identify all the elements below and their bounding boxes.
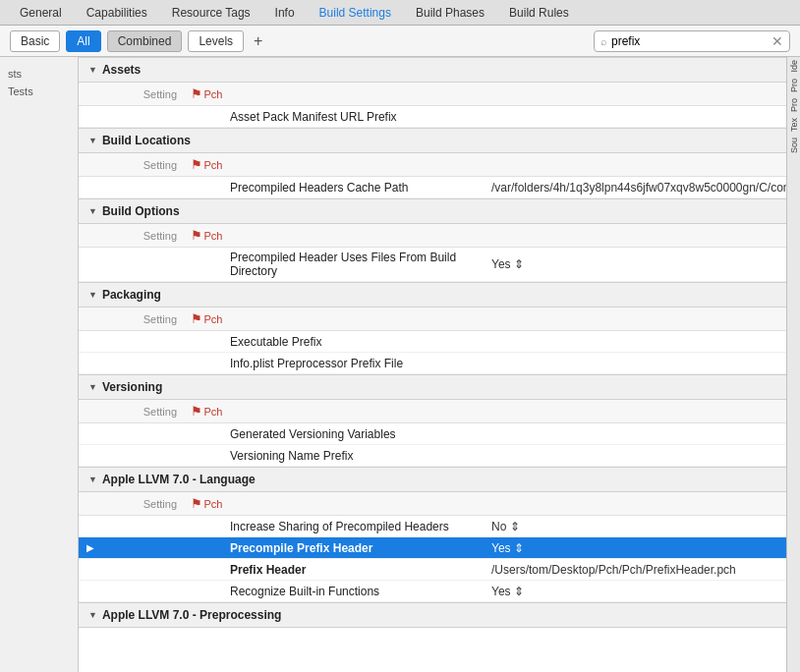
all-button[interactable]: All [66, 30, 100, 52]
section-assets-title: Assets [102, 63, 141, 77]
section-apple-llvm-preprocessing-title: Apple LLVM 7.0 - Preprocessing [102, 608, 281, 622]
toolbar: Basic All Combined Levels + ⌕ ✕ [0, 26, 800, 57]
section-versioning-header[interactable]: ▼ Versioning [79, 374, 786, 400]
main-content: sts Tests ▼ Assets Setting ⚑ Pch [0, 57, 800, 672]
build-options-header-row: Setting ⚑ Pch [79, 224, 786, 248]
infoplist-preprocessor-prefix-row[interactable]: Info.plist Preprocessor Prefix File [79, 353, 786, 374]
generated-versioning-variables-row[interactable]: Generated Versioning Variables [79, 423, 786, 445]
build-locations-header-row: Setting ⚑ Pch [79, 153, 786, 177]
tab-build-settings[interactable]: Build Settings [308, 0, 404, 25]
packaging-header-row: Setting ⚑ Pch [79, 308, 786, 331]
section-apple-llvm-preprocessing-header[interactable]: ▼ Apple LLVM 7.0 - Preprocessing [79, 602, 786, 628]
right-panel-ide[interactable]: Ide [789, 57, 799, 76]
apple-llvm-language-pch-icon: ⚑ Pch [191, 496, 223, 511]
tab-resource-tags[interactable]: Resource Tags [160, 0, 263, 25]
executable-prefix-row[interactable]: Executable Prefix [79, 331, 786, 353]
tab-build-rules[interactable]: Build Rules [497, 0, 582, 25]
precompiled-headers-cache-path-name: Precompiled Headers Cache Path [230, 181, 408, 195]
right-panel-tex[interactable]: Tex [789, 115, 799, 135]
assets-pch-icon: ⚑ Pch [191, 86, 223, 101]
increase-sharing-name: Increase Sharing of Precompiled Headers [230, 520, 449, 533]
assets-triangle-icon: ▼ [88, 65, 97, 75]
section-build-locations-header[interactable]: ▼ Build Locations [79, 128, 786, 153]
executable-prefix-name: Executable Prefix [230, 335, 321, 349]
right-panel: Ide Pro Pro Tex Sou [786, 57, 800, 672]
precompiled-header-uses-files-value: Yes ⇕ [491, 257, 524, 271]
section-build-locations-title: Build Locations [102, 134, 191, 147]
precompile-prefix-header-name: Precompile Prefix Header [230, 541, 372, 555]
right-panel-pro2[interactable]: Pro [789, 95, 799, 115]
section-assets-header[interactable]: ▼ Assets [79, 57, 786, 83]
precompile-prefix-header-row[interactable]: ▶ Precompile Prefix Header Yes ⇕ [79, 537, 786, 559]
combined-button[interactable]: Combined [107, 30, 183, 52]
precompiled-headers-cache-path-row[interactable]: Precompiled Headers Cache Path /var/fold… [79, 177, 786, 198]
build-options-setting-col-label: Setting [108, 230, 187, 242]
tab-bar: General Capabilities Resource Tags Info … [0, 0, 800, 26]
packaging-pch-icon: ⚑ Pch [191, 311, 223, 326]
right-panel-pro1[interactable]: Pro [789, 76, 799, 95]
precompile-prefix-header-value: Yes ⇕ [491, 541, 524, 555]
versioning-header-row: Setting ⚑ Pch [79, 400, 786, 423]
section-build-options-header[interactable]: ▼ Build Options [79, 198, 786, 224]
precompiled-header-uses-files-name: Precompiled Header Uses Files From Build… [230, 251, 456, 278]
build-options-triangle-icon: ▼ [88, 206, 97, 216]
assets-setting-col-label: Setting [108, 88, 187, 100]
recognize-builtin-functions-row[interactable]: Recognize Built-in Functions Yes ⇕ [79, 581, 786, 602]
section-apple-llvm-language-header[interactable]: ▼ Apple LLVM 7.0 - Language [79, 467, 786, 492]
tab-capabilities[interactable]: Capabilities [75, 0, 160, 25]
section-versioning-title: Versioning [102, 380, 162, 394]
section-packaging-title: Packaging [102, 288, 161, 302]
versioning-triangle-icon: ▼ [88, 382, 97, 392]
asset-pack-manifest-name: Asset Pack Manifest URL Prefix [230, 110, 397, 124]
search-clear-button[interactable]: ✕ [771, 33, 783, 49]
sidebar-item-tests[interactable]: Tests [0, 83, 78, 100]
precompiled-headers-cache-path-value: /var/folders/4h/1q3y8lpn44s6jfw07xqv8w5c… [491, 181, 786, 195]
prefix-header-value: /Users/tom/Desktop/Pch/Pch/PrefixHeader.… [491, 563, 736, 577]
search-input[interactable] [611, 34, 749, 48]
versioning-pch-icon: ⚑ Pch [191, 404, 223, 419]
infoplist-preprocessor-prefix-name: Info.plist Preprocessor Prefix File [230, 357, 403, 370]
apple-llvm-preprocessing-triangle-icon: ▼ [88, 610, 97, 620]
sidebar: sts Tests [0, 57, 79, 672]
build-options-pch-icon: ⚑ Pch [191, 228, 223, 243]
increase-sharing-precompiled-headers-row[interactable]: Increase Sharing of Precompiled Headers … [79, 516, 786, 537]
sidebar-item-sts[interactable]: sts [0, 65, 78, 83]
basic-button[interactable]: Basic [10, 30, 60, 52]
precompiled-header-uses-files-row[interactable]: Precompiled Header Uses Files From Build… [79, 248, 786, 282]
section-packaging-header[interactable]: ▼ Packaging [79, 282, 786, 308]
increase-sharing-value: No ⇕ [491, 520, 520, 533]
section-build-options-title: Build Options [102, 204, 180, 218]
packaging-setting-col-label: Setting [108, 313, 187, 325]
precompile-arrow-icon: ▶ [86, 542, 94, 553]
tab-info[interactable]: Info [263, 0, 308, 25]
versioning-setting-col-label: Setting [108, 406, 187, 418]
build-locations-pch-icon: ⚑ Pch [191, 157, 223, 172]
prefix-header-row[interactable]: Prefix Header /Users/tom/Desktop/Pch/Pch… [79, 559, 786, 581]
apple-llvm-language-setting-col-label: Setting [108, 498, 187, 510]
versioning-name-prefix-row[interactable]: Versioning Name Prefix [79, 445, 786, 467]
build-locations-setting-col-label: Setting [108, 159, 187, 171]
levels-button[interactable]: Levels [188, 30, 244, 52]
packaging-triangle-icon: ▼ [88, 290, 97, 300]
section-apple-llvm-language-title: Apple LLVM 7.0 - Language [102, 473, 256, 486]
right-panel-sou[interactable]: Sou [789, 135, 799, 156]
search-icon: ⌕ [600, 35, 607, 47]
asset-pack-manifest-row[interactable]: Asset Pack Manifest URL Prefix [79, 106, 786, 128]
prefix-header-name: Prefix Header [230, 563, 306, 577]
versioning-name-prefix-name: Versioning Name Prefix [230, 449, 353, 463]
recognize-builtin-functions-value: Yes ⇕ [491, 585, 524, 598]
content-area: ▼ Assets Setting ⚑ Pch Asset Pack Manife… [79, 57, 786, 672]
generated-versioning-variables-name: Generated Versioning Variables [230, 427, 396, 441]
build-locations-triangle-icon: ▼ [88, 136, 97, 145]
tab-build-phases[interactable]: Build Phases [404, 0, 497, 25]
apple-llvm-language-triangle-icon: ▼ [88, 475, 97, 484]
assets-header-row: Setting ⚑ Pch [79, 83, 786, 106]
add-setting-button[interactable]: + [250, 33, 266, 49]
tab-general[interactable]: General [8, 0, 75, 25]
recognize-builtin-functions-name: Recognize Built-in Functions [230, 585, 379, 598]
apple-llvm-language-header-row: Setting ⚑ Pch [79, 492, 786, 516]
search-box: ⌕ ✕ [594, 30, 790, 52]
